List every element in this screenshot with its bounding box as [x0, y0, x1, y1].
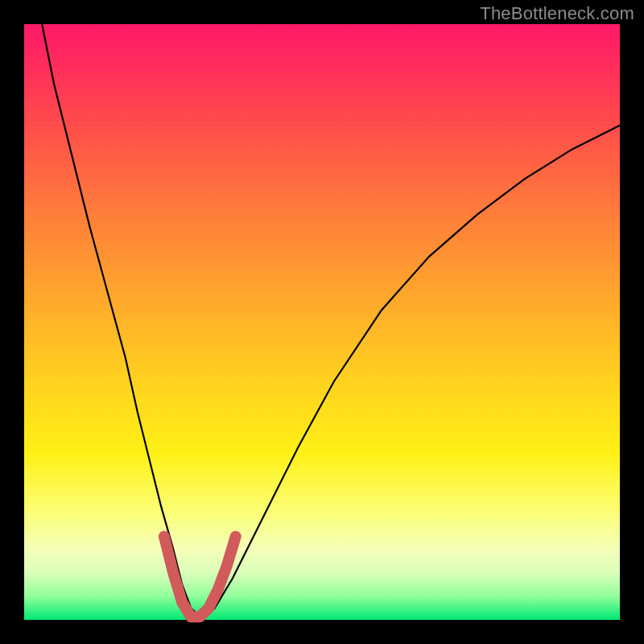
chart-frame: TheBottleneck.com: [0, 0, 644, 644]
curve-layer: [0, 0, 644, 644]
watermark-text: TheBottleneck.com: [480, 3, 634, 24]
highlight-valley: [164, 536, 236, 617]
bottleneck-curve: [42, 24, 620, 620]
